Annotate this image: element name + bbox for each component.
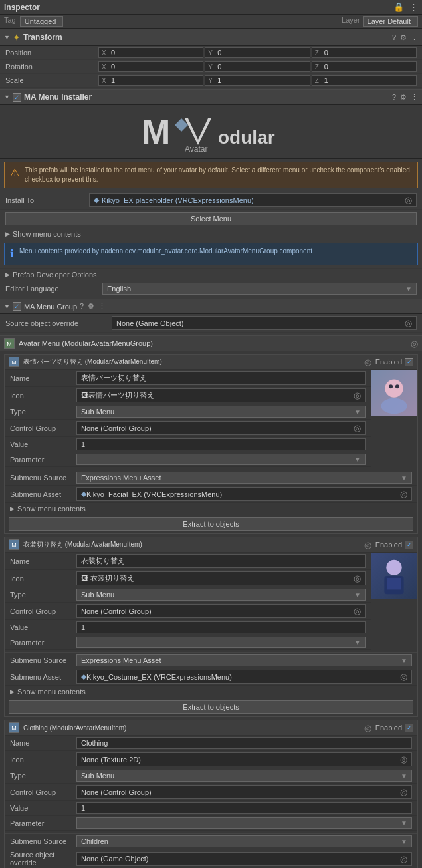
mi2-extract-btn[interactable]: Extract to objects (9, 700, 413, 714)
menu-item-3-circle-btn[interactable]: ◎ (364, 723, 371, 733)
install-to-value[interactable]: ◆ Kikyo_EX placeholder (VRCExpressionsMe… (89, 193, 417, 207)
source-override-circle-btn[interactable]: ◎ (405, 318, 412, 328)
mi1-extract-btn[interactable]: Extract to objects (9, 517, 413, 531)
mi2-show-text: Show menu contents (17, 688, 86, 696)
mi2-submenu-asset-label: Submenu Asset (10, 673, 76, 681)
mi2-submenu-source-dropdown[interactable]: Expressions Menu Asset ▼ (76, 654, 412, 666)
mi1-submenu-asset-value[interactable]: ◆ Kikyo_Facial_EX (VRCExpressionsMenu) ◎ (76, 487, 412, 501)
mi3-source-override-value[interactable]: None (Game Object) ◎ (76, 852, 412, 866)
ma-group-enabled-checkbox[interactable]: ✓ (13, 302, 21, 311)
position-x[interactable]: X 0 (98, 47, 203, 58)
menu-item-2-circle-btn[interactable]: ◎ (364, 540, 371, 550)
mi2-name-input[interactable]: 衣装切り替え (76, 554, 366, 568)
mi3-icon-label: Icon (10, 756, 76, 764)
mi2-type-dropdown[interactable]: Sub Menu ▼ (76, 589, 366, 601)
rotation-xyz: X 0 Y 0 Z 0 (98, 61, 417, 72)
ma-installer-title: MA Menu Installer (24, 92, 389, 102)
lock-icon[interactable]: 🔒 (393, 2, 404, 12)
mi1-submenu-source-dropdown[interactable]: Expressions Menu Asset ▼ (76, 472, 412, 484)
svg-point-9 (395, 385, 399, 389)
mi2-param-row: Parameter ▼ (5, 635, 371, 650)
avatar-menu-circle-btn[interactable]: ◎ (411, 339, 418, 349)
menu-item-3-enabled-checkbox[interactable]: ✓ (405, 724, 413, 732)
mi2-submenu-asset-value[interactable]: ◆ Kikyo_Costume_EX (VRCExpressionsMenu) … (76, 670, 412, 684)
position-y[interactable]: Y 0 (205, 47, 310, 58)
mi2-value-label: Value (10, 623, 76, 631)
menu-item-2-fields: Name 衣装切り替え Icon 🖼 衣装切り替え ◎ (5, 553, 371, 650)
mi1-submenu-asset-circle-btn[interactable]: ◎ (400, 489, 407, 499)
mi3-icon-value[interactable]: None (Texture 2D) ◎ (76, 752, 412, 766)
tag-value[interactable]: Untagged (20, 16, 64, 27)
rotation-x[interactable]: X 0 (98, 61, 203, 72)
menu-item-2-enabled-checkbox[interactable]: ✓ (405, 541, 413, 549)
mi3-icon-row: Icon None (Texture 2D) ◎ (5, 751, 417, 768)
install-to-icon: ◆ (94, 196, 99, 204)
transform-settings-icon[interactable]: ⚙ (400, 33, 407, 42)
menu-item-2-enabled-label: Enabled (375, 541, 402, 549)
mi1-icon-value[interactable]: 🖼表情パーツ切り替え ◎ (76, 388, 366, 402)
mi3-cg-value[interactable]: None (Control Group) ◎ (76, 785, 412, 799)
mi2-icon-row: Icon 🖼 衣装切り替え ◎ (5, 570, 371, 587)
mi2-cg-value[interactable]: None (Control Group) ◎ (76, 604, 366, 618)
mi2-icon-value[interactable]: 🖼 衣装切り替え ◎ (76, 571, 366, 585)
show-menu-contents-row[interactable]: ▶ Show menu contents (0, 228, 422, 240)
mi3-cg-circle-btn[interactable]: ◎ (400, 787, 407, 797)
mi3-type-dropdown[interactable]: Sub Menu ▼ (76, 770, 412, 782)
menu-item-1-circle-btn[interactable]: ◎ (364, 357, 371, 367)
mi1-cg-circle-btn[interactable]: ◎ (354, 423, 361, 433)
mi3-value-input[interactable]: 1 (76, 802, 412, 814)
ma-installer-enabled-checkbox[interactable]: ✓ (13, 93, 21, 102)
transform-more-icon[interactable]: ⋮ (411, 33, 418, 42)
mi1-show-triangle: ▶ (10, 506, 15, 512)
mi3-cg-row: Control Group None (Control Group) ◎ (5, 784, 417, 801)
mi1-cg-value[interactable]: None (Control Group) ◎ (76, 421, 366, 435)
installer-editor-language-dropdown[interactable]: English ▼ (102, 283, 417, 295)
mi3-submenu-source-dropdown[interactable]: Children ▼ (76, 835, 412, 847)
installer-editor-language-label: Editor Language (5, 285, 98, 293)
ma-installer-header: ▼ ✓ MA Menu Installer ? ⚙ ⋮ (0, 89, 422, 105)
mi2-cg-circle-btn[interactable]: ◎ (354, 606, 361, 616)
mi2-param-dropdown[interactable]: ▼ (76, 637, 366, 648)
install-to-circle-btn[interactable]: ◎ (405, 195, 412, 205)
scale-x[interactable]: X 1 (98, 75, 203, 86)
ma-installer-toggle[interactable]: ▼ (4, 94, 10, 100)
mi1-value-input[interactable]: 1 (76, 438, 366, 450)
ma-installer-help-icon[interactable]: ? (392, 93, 396, 102)
ma-group-settings-icon[interactable]: ⚙ (88, 302, 94, 311)
mi2-value-input[interactable]: 1 (76, 621, 366, 633)
mi3-icon-circle-btn[interactable]: ◎ (400, 754, 407, 764)
more-menu-icon[interactable]: ⋮ (409, 2, 418, 12)
ma-group-title: MA Menu Group (24, 303, 77, 311)
top-bar: Tag Untagged Layer Layer Default (0, 15, 422, 29)
ma-group-help-icon[interactable]: ? (80, 302, 84, 311)
position-z[interactable]: Z 0 (312, 47, 417, 58)
mi1-type-dropdown[interactable]: Sub Menu ▼ (76, 406, 366, 418)
select-menu-btn[interactable]: Select Menu (5, 212, 417, 225)
mi1-param-dropdown[interactable]: ▼ (76, 454, 366, 465)
avatar-menu-icon: M (4, 338, 15, 349)
ma-installer-settings-icon[interactable]: ⚙ (400, 93, 407, 102)
layer-value[interactable]: Layer Default (363, 16, 418, 27)
scale-z[interactable]: Z 1 (312, 75, 417, 86)
mi1-show-contents[interactable]: ▶ Show menu contents (5, 503, 417, 515)
menu-item-3-header: M Clothing (ModularAvatarMenuItem) ◎ Ena… (5, 720, 417, 736)
rotation-z[interactable]: Z 0 (312, 61, 417, 72)
mi1-name-input[interactable]: 表情パーツ切り替え (76, 371, 366, 385)
mi2-show-contents[interactable]: ▶ Show menu contents (5, 686, 417, 698)
menu-item-1-enabled-checkbox[interactable]: ✓ (405, 358, 413, 366)
ma-group-more-icon[interactable]: ⋮ (98, 302, 106, 311)
source-override-value[interactable]: None (Game Object) ◎ (112, 316, 417, 330)
ma-installer-more-icon[interactable]: ⋮ (411, 93, 418, 102)
mi1-icon-circle-btn[interactable]: ◎ (354, 390, 361, 400)
mi2-icon-circle-btn[interactable]: ◎ (354, 573, 361, 583)
scale-y[interactable]: Y 1 (205, 75, 310, 86)
mi3-param-dropdown[interactable]: ▼ (76, 817, 412, 829)
mi3-name-input[interactable]: Clothing (76, 737, 412, 749)
mi2-submenu-asset-circle-btn[interactable]: ◎ (400, 672, 407, 682)
transform-help-icon[interactable]: ? (392, 33, 396, 42)
mi3-source-override-circle-btn[interactable]: ◎ (400, 854, 407, 864)
ma-group-toggle[interactable]: ▼ (4, 303, 10, 310)
transform-toggle[interactable]: ▼ (4, 34, 10, 41)
prefab-dev-options-row[interactable]: ▶ Prefab Developer Options (0, 268, 422, 281)
rotation-y[interactable]: Y 0 (205, 61, 310, 72)
